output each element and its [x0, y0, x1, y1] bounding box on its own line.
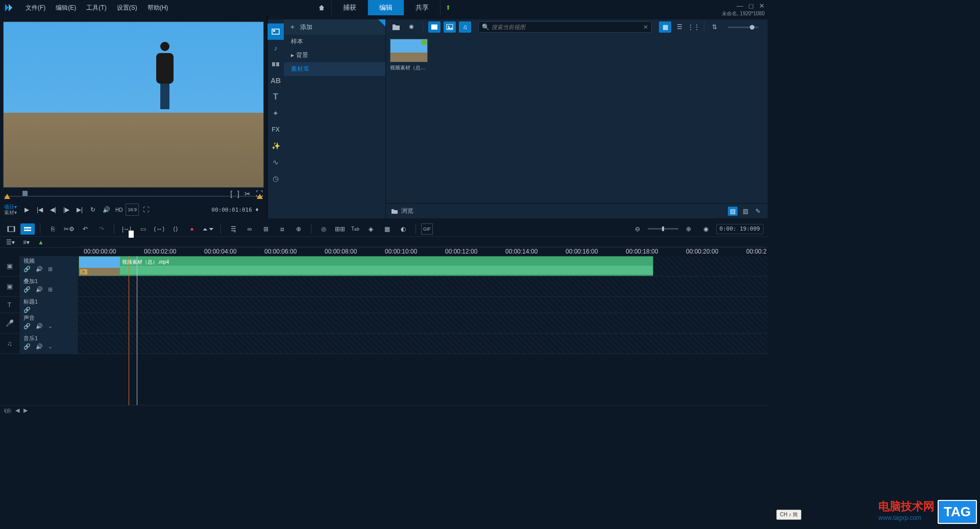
category-audio[interactable]: ♪ — [267, 40, 284, 56]
preview-scrubber[interactable] — [4, 191, 263, 201]
track-link-button[interactable]: 🔗 — [23, 323, 31, 330]
tree-item-asset-library[interactable]: 素材库 — [284, 62, 385, 76]
mark-out-icon[interactable]: ] — [237, 190, 239, 198]
roll-button[interactable]: ▭ — [136, 223, 150, 235]
slide-button[interactable]: ⟨⟩ — [168, 223, 183, 235]
category-title[interactable]: AB — [267, 72, 284, 89]
menu-help[interactable]: 帮助(H) — [142, 4, 174, 12]
track-mute-button[interactable]: 🔊 — [36, 343, 43, 350]
track-mute-button[interactable]: 🔊 — [36, 286, 43, 293]
track-mute-button[interactable]: 🔊 — [36, 266, 43, 272]
category-speed[interactable]: ◷ — [267, 170, 284, 187]
import-folder-button[interactable] — [390, 21, 402, 33]
category-correction[interactable]: ✨ — [267, 138, 284, 154]
filter-all-button[interactable] — [428, 21, 440, 33]
view-details-button[interactable]: ⋮⋮ — [688, 21, 700, 33]
add-track-button[interactable]: ▲ — [36, 238, 46, 247]
library-drag-handle[interactable]: ::::::: — [267, 15, 768, 19]
category-media[interactable] — [267, 23, 284, 40]
next-frame-button[interactable]: |▶ — [60, 204, 72, 216]
preview-viewport[interactable] — [3, 21, 264, 188]
thumbnail-size-slider[interactable] — [728, 27, 758, 28]
track-link-button[interactable]: 🔗 — [23, 266, 31, 272]
track-link-button[interactable]: 🔗 — [23, 343, 31, 350]
fit-project-button[interactable]: ◉ — [699, 223, 713, 235]
tab-capture[interactable]: 捕获 — [332, 0, 368, 15]
preview-mode-label[interactable]: 项目▾素材▾ — [4, 204, 17, 215]
track-link-button[interactable]: 🔗 — [23, 286, 31, 293]
maximize-button[interactable]: ◻ — [748, 2, 754, 10]
aspect-button[interactable]: 16:9 — [126, 204, 139, 216]
track-body-video[interactable]: 视频素材（总）.mp4 🔊 — [79, 256, 768, 276]
chapter-button[interactable]: ∞ — [242, 223, 257, 235]
track-icon-title[interactable]: T — [0, 297, 19, 313]
track-icon-voice[interactable]: 🎤 — [0, 313, 19, 333]
scroll-left-button[interactable]: ◀ — [15, 407, 19, 414]
category-graphics[interactable]: ✦ — [267, 105, 284, 121]
track-link-button[interactable]: 🔗 — [23, 307, 31, 313]
tools-button[interactable]: ✂⚙ — [62, 223, 76, 235]
gif-button[interactable]: GIF — [421, 223, 433, 235]
track-expand-button[interactable]: ⌄ — [48, 343, 53, 350]
copy-attr-button[interactable]: ⎘ — [45, 223, 60, 235]
track-lock-button[interactable]: ⊞ — [48, 266, 53, 272]
sort-button[interactable]: ⇅ — [708, 21, 721, 33]
multicam-button[interactable]: ⊞⊞ — [333, 223, 347, 235]
playhead-marker[interactable] — [129, 231, 134, 238]
track-body-overlay[interactable] — [79, 276, 768, 296]
track-lock-button[interactable]: ⊞ — [48, 286, 53, 293]
motion-tracking-button[interactable]: ◎ — [316, 223, 331, 235]
add-dropdown-icon[interactable] — [378, 19, 385, 27]
prev-frame-button[interactable]: ◀| — [47, 204, 59, 216]
track-motion-button[interactable]: ⊕ — [291, 223, 306, 235]
track-body-title[interactable] — [79, 297, 768, 313]
undo-button[interactable]: ↶ — [78, 223, 92, 235]
video-clip[interactable]: 视频素材（总）.mp4 🔊 — [79, 256, 653, 276]
loop-button[interactable]: ↻ — [87, 204, 99, 216]
play-button[interactable]: ▶ — [20, 204, 33, 216]
track-mute-button[interactable]: 🔊 — [36, 323, 43, 330]
menu-tools[interactable]: 工具(T) — [81, 4, 111, 12]
category-transition[interactable] — [267, 56, 284, 72]
menu-file[interactable]: 文件(F) — [20, 4, 51, 12]
time-remap-button[interactable]: ◐ — [396, 223, 410, 235]
category-text[interactable]: T — [267, 89, 284, 105]
panel-settings-button[interactable]: ✎ — [753, 207, 763, 216]
storyboard-view-button[interactable] — [4, 223, 18, 235]
library-item-thumbnail[interactable] — [390, 39, 428, 62]
track-icon-overlay[interactable]: ▣ — [0, 276, 19, 296]
timeline-view-button[interactable] — [20, 223, 35, 235]
preview-drag-handle[interactable]: ::::::: — [0, 15, 267, 19]
track-body-voice[interactable] — [79, 313, 768, 333]
mixer-button[interactable]: ⏶⏷ — [201, 223, 215, 235]
ruler-labels[interactable]: 00:00:00:00 00:00:02:00 00:00:04:00 00:0… — [79, 248, 768, 256]
subtitle-button[interactable]: ☰̱ — [226, 223, 240, 235]
zoom-slider[interactable] — [648, 228, 678, 230]
tree-item-background[interactable]: ▸背景 — [284, 48, 385, 62]
clear-search-button[interactable]: ✕ — [643, 23, 648, 31]
library-grid[interactable]: 视频素材（总）... — [386, 35, 768, 203]
minimize-button[interactable]: — — [737, 2, 743, 10]
upload-icon[interactable]: ⬆ — [440, 0, 456, 15]
track-icon-music[interactable]: ♫ — [0, 334, 19, 354]
go-end-button[interactable]: ▶| — [74, 204, 86, 216]
scroll-right-button[interactable]: ▶ — [23, 407, 28, 414]
split-icon[interactable]: ✂ — [244, 190, 251, 198]
search-input[interactable] — [492, 24, 643, 30]
browse-button[interactable]: 浏览 — [391, 207, 413, 215]
crop-icon[interactable]: ⛶ — [256, 190, 263, 198]
cue-marker-button[interactable]: ⧈ — [275, 223, 289, 235]
zoom-out-button[interactable]: ⊖ — [630, 223, 645, 235]
timeline-duration[interactable]: 0:00: 19:009 — [716, 224, 764, 234]
panel-layout-2-button[interactable]: ▥ — [741, 207, 750, 216]
stretch-button[interactable]: ⟨↔⟩ — [152, 223, 166, 235]
chapter-marker-button[interactable]: ⊞ — [259, 223, 273, 235]
track-expand-button[interactable]: ⌄ — [48, 323, 53, 330]
add-media-button[interactable]: ＋ 添加 — [284, 19, 385, 35]
view-thumbnails-button[interactable]: ▦ — [659, 21, 671, 33]
track-body-music[interactable] — [79, 334, 768, 354]
fullscreen-button[interactable]: ⛶ — [140, 204, 152, 216]
preview-timecode[interactable]: 00:00:01:016 ♦ — [207, 207, 263, 213]
filter-photo-button[interactable] — [444, 21, 456, 33]
3d-title-button[interactable]: T₃ᴅ — [349, 223, 361, 235]
